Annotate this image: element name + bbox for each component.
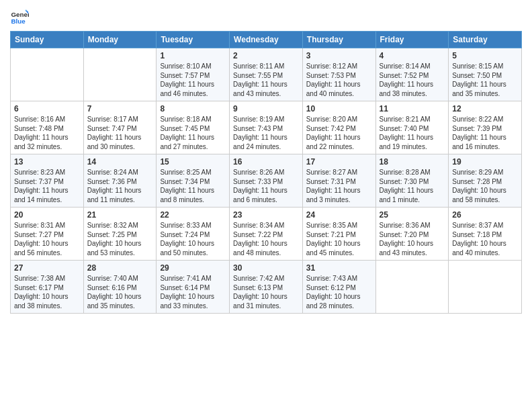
calendar-cell: 23Sunrise: 8:34 AM Sunset: 7:22 PM Dayli… (230, 208, 303, 261)
calendar-cell: 4Sunrise: 8:14 AM Sunset: 7:52 PM Daylig… (375, 48, 449, 101)
day-number: 31 (306, 263, 372, 273)
calendar-cell: 19Sunrise: 8:29 AM Sunset: 7:28 PM Dayli… (449, 154, 522, 208)
calendar-cell: 28Sunrise: 7:40 AM Sunset: 6:16 PM Dayli… (83, 261, 157, 314)
calendar-cell: 2Sunrise: 8:11 AM Sunset: 7:55 PM Daylig… (230, 48, 303, 101)
day-info: Sunrise: 8:28 AM Sunset: 7:30 PM Dayligh… (380, 168, 445, 204)
day-info: Sunrise: 8:14 AM Sunset: 7:52 PM Dayligh… (380, 62, 445, 98)
calendar-cell: 10Sunrise: 8:20 AM Sunset: 7:42 PM Dayli… (302, 101, 375, 154)
day-number: 28 (87, 263, 153, 273)
calendar-cell: 27Sunrise: 7:38 AM Sunset: 6:17 PM Dayli… (11, 261, 84, 314)
calendar-cell: 16Sunrise: 8:26 AM Sunset: 7:33 PM Dayli… (230, 154, 303, 208)
day-number: 11 (380, 104, 445, 113)
day-info: Sunrise: 8:29 AM Sunset: 7:28 PM Dayligh… (452, 168, 518, 204)
calendar-cell: 20Sunrise: 8:31 AM Sunset: 7:27 PM Dayli… (11, 208, 84, 261)
day-number: 8 (160, 104, 226, 113)
day-number: 10 (306, 104, 372, 113)
day-number: 2 (233, 51, 299, 60)
day-header-wednesday: Wednesday (230, 32, 303, 48)
day-info: Sunrise: 8:31 AM Sunset: 7:27 PM Dayligh… (14, 221, 80, 257)
day-header-tuesday: Tuesday (157, 32, 230, 48)
day-header-friday: Friday (375, 32, 449, 48)
day-info: Sunrise: 8:12 AM Sunset: 7:53 PM Dayligh… (306, 62, 372, 98)
day-info: Sunrise: 8:33 AM Sunset: 7:24 PM Dayligh… (160, 221, 226, 257)
calendar-cell: 13Sunrise: 8:23 AM Sunset: 7:37 PM Dayli… (11, 154, 84, 208)
day-number: 21 (87, 210, 153, 220)
day-info: Sunrise: 8:25 AM Sunset: 7:34 PM Dayligh… (160, 168, 226, 204)
calendar-cell: 22Sunrise: 8:33 AM Sunset: 7:24 PM Dayli… (157, 208, 230, 261)
calendar-cell: 18Sunrise: 8:28 AM Sunset: 7:30 PM Dayli… (375, 154, 449, 208)
day-info: Sunrise: 8:21 AM Sunset: 7:40 PM Dayligh… (380, 115, 445, 151)
day-number: 16 (233, 157, 299, 167)
calendar-cell (449, 261, 522, 314)
day-header-saturday: Saturday (449, 32, 522, 48)
day-number: 17 (306, 157, 372, 167)
day-info: Sunrise: 8:10 AM Sunset: 7:57 PM Dayligh… (160, 62, 226, 98)
day-number: 6 (14, 104, 80, 113)
calendar-cell: 21Sunrise: 8:32 AM Sunset: 7:25 PM Dayli… (83, 208, 157, 261)
day-number: 23 (233, 210, 299, 220)
days-header-row: SundayMondayTuesdayWednesdayThursdayFrid… (11, 32, 522, 48)
day-info: Sunrise: 7:40 AM Sunset: 6:16 PM Dayligh… (87, 274, 153, 310)
day-number: 18 (380, 157, 445, 167)
calendar-cell (11, 48, 84, 101)
day-header-sunday: Sunday (11, 32, 84, 48)
day-number: 25 (380, 210, 445, 220)
calendar-cell: 1Sunrise: 8:10 AM Sunset: 7:57 PM Daylig… (157, 48, 230, 101)
day-info: Sunrise: 7:42 AM Sunset: 6:13 PM Dayligh… (233, 274, 299, 310)
day-info: Sunrise: 8:22 AM Sunset: 7:39 PM Dayligh… (452, 115, 518, 151)
day-info: Sunrise: 8:24 AM Sunset: 7:36 PM Dayligh… (87, 168, 153, 204)
week-row-1: 6Sunrise: 8:16 AM Sunset: 7:48 PM Daylig… (11, 101, 522, 154)
day-number: 19 (452, 157, 518, 167)
calendar-cell: 12Sunrise: 8:22 AM Sunset: 7:39 PM Dayli… (449, 101, 522, 154)
day-number: 14 (87, 157, 153, 167)
calendar-page: General Blue SundayMondayTuesdayWednesda… (0, 0, 532, 411)
calendar-cell: 25Sunrise: 8:36 AM Sunset: 7:20 PM Dayli… (375, 208, 449, 261)
day-info: Sunrise: 8:34 AM Sunset: 7:22 PM Dayligh… (233, 221, 299, 257)
day-number: 5 (452, 51, 518, 60)
week-row-0: 1Sunrise: 8:10 AM Sunset: 7:57 PM Daylig… (11, 48, 522, 101)
day-number: 15 (160, 157, 226, 167)
day-info: Sunrise: 8:15 AM Sunset: 7:50 PM Dayligh… (452, 62, 518, 98)
day-number: 26 (452, 210, 518, 220)
day-info: Sunrise: 7:41 AM Sunset: 6:14 PM Dayligh… (160, 274, 226, 310)
calendar-cell: 8Sunrise: 8:18 AM Sunset: 7:45 PM Daylig… (157, 101, 230, 154)
day-number: 22 (160, 210, 226, 220)
calendar-cell (83, 48, 157, 101)
calendar-cell: 6Sunrise: 8:16 AM Sunset: 7:48 PM Daylig… (11, 101, 84, 154)
calendar-cell: 31Sunrise: 7:43 AM Sunset: 6:12 PM Dayli… (302, 261, 375, 314)
calendar-cell: 30Sunrise: 7:42 AM Sunset: 6:13 PM Dayli… (230, 261, 303, 314)
logo-icon: General Blue (10, 7, 29, 26)
day-number: 27 (14, 263, 80, 273)
day-number: 4 (380, 51, 445, 60)
day-info: Sunrise: 8:17 AM Sunset: 7:47 PM Dayligh… (87, 115, 153, 151)
day-info: Sunrise: 8:23 AM Sunset: 7:37 PM Dayligh… (14, 168, 80, 204)
calendar-cell: 15Sunrise: 8:25 AM Sunset: 7:34 PM Dayli… (157, 154, 230, 208)
calendar-cell: 17Sunrise: 8:27 AM Sunset: 7:31 PM Dayli… (302, 154, 375, 208)
day-info: Sunrise: 8:20 AM Sunset: 7:42 PM Dayligh… (306, 115, 372, 151)
calendar-cell: 3Sunrise: 8:12 AM Sunset: 7:53 PM Daylig… (302, 48, 375, 101)
day-info: Sunrise: 8:32 AM Sunset: 7:25 PM Dayligh… (87, 221, 153, 257)
day-info: Sunrise: 8:18 AM Sunset: 7:45 PM Dayligh… (160, 115, 226, 151)
logo: General Blue (10, 7, 32, 26)
calendar-cell: 29Sunrise: 7:41 AM Sunset: 6:14 PM Dayli… (157, 261, 230, 314)
day-number: 7 (87, 104, 153, 113)
day-info: Sunrise: 8:35 AM Sunset: 7:21 PM Dayligh… (306, 221, 372, 257)
day-info: Sunrise: 7:43 AM Sunset: 6:12 PM Dayligh… (306, 274, 372, 310)
day-number: 13 (14, 157, 80, 167)
day-info: Sunrise: 8:26 AM Sunset: 7:33 PM Dayligh… (233, 168, 299, 204)
svg-text:Blue: Blue (11, 17, 26, 25)
day-number: 1 (160, 51, 226, 60)
day-info: Sunrise: 8:19 AM Sunset: 7:43 PM Dayligh… (233, 115, 299, 151)
day-number: 12 (452, 104, 518, 113)
day-number: 30 (233, 263, 299, 273)
day-number: 24 (306, 210, 372, 220)
week-row-2: 13Sunrise: 8:23 AM Sunset: 7:37 PM Dayli… (11, 154, 522, 208)
calendar-cell: 11Sunrise: 8:21 AM Sunset: 7:40 PM Dayli… (375, 101, 449, 154)
day-info: Sunrise: 8:37 AM Sunset: 7:18 PM Dayligh… (452, 221, 518, 257)
calendar-cell: 5Sunrise: 8:15 AM Sunset: 7:50 PM Daylig… (449, 48, 522, 101)
day-number: 3 (306, 51, 372, 60)
day-info: Sunrise: 8:11 AM Sunset: 7:55 PM Dayligh… (233, 62, 299, 98)
day-number: 20 (14, 210, 80, 220)
calendar-cell: 7Sunrise: 8:17 AM Sunset: 7:47 PM Daylig… (83, 101, 157, 154)
day-info: Sunrise: 8:16 AM Sunset: 7:48 PM Dayligh… (14, 115, 80, 151)
